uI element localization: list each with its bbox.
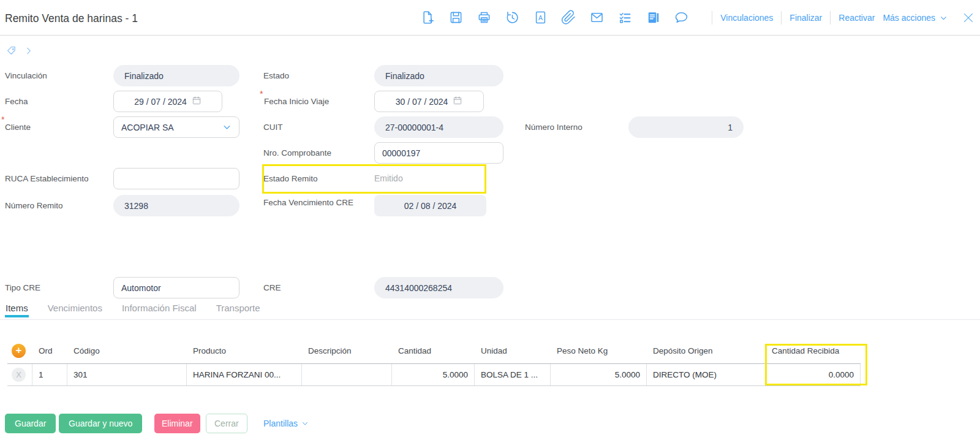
delete-row-cell: X	[7, 364, 32, 385]
cliente-label: Cliente	[5, 116, 31, 138]
reactivar-link[interactable]: Reactivar	[839, 13, 875, 23]
cre-label: CRE	[263, 277, 281, 298]
cliente-select[interactable]: ACOPIAR SA	[113, 116, 239, 138]
fecha-inicio-viaje-field[interactable]: 30 / 07 / 2024	[374, 91, 484, 112]
tab-informacion-fiscal[interactable]: Información Fiscal	[121, 302, 197, 317]
header-actions: Vinculaciones Finalizar Reactivar Más ac…	[712, 11, 975, 25]
col-descripcion: Descripción	[302, 338, 392, 363]
estado-remito-value: Emitido	[374, 168, 403, 189]
nro-comprobante-input[interactable]: 00000197	[374, 142, 503, 164]
fecha-vencimiento-cre-label: Fecha Vencimiento CRE	[263, 196, 355, 219]
tab-items[interactable]: Items	[5, 302, 29, 317]
cliente-value: ACOPIAR SA	[121, 123, 174, 132]
cuit-label: CUIT	[263, 116, 283, 138]
remito-window: Remito Venta de harinas - 1 A	[0, 0, 980, 440]
eliminar-button[interactable]: Eliminar	[154, 414, 200, 433]
plantillas-menu[interactable]: Plantillas	[263, 414, 309, 433]
print-icon[interactable]	[477, 10, 492, 25]
fecha-field[interactable]: 29 / 07 / 2024	[113, 91, 222, 112]
tipo-cre-label: Tipo CRE	[5, 277, 40, 298]
toolbar: A	[420, 10, 689, 25]
fecha-vencimiento-cre-field: 02 / 08 / 2024	[374, 195, 486, 216]
cuit-field: 27-00000001-4	[374, 116, 503, 138]
cell-producto[interactable]: HARINA FORZANI 00...	[187, 364, 302, 385]
ruca-establecimiento-input[interactable]	[113, 168, 239, 189]
cell-deposito-origen[interactable]: DIRECTO (MOE)	[647, 364, 766, 385]
checklist-icon[interactable]	[617, 10, 633, 25]
page-title: Remito Venta de harinas - 1	[5, 12, 138, 25]
col-cantidad-recibida: Cantidad Recibida	[766, 338, 861, 363]
table-header-row: + Ord Código Producto Descripción Cantid…	[7, 338, 861, 364]
vinculaciones-link[interactable]: Vinculaciones	[720, 13, 773, 23]
required-asterisk: *	[1, 115, 4, 124]
calendar-icon[interactable]	[453, 96, 462, 107]
header-divider	[0, 35, 980, 36]
cerrar-button[interactable]: Cerrar	[206, 414, 247, 433]
tab-vencimientos[interactable]: Vencimientos	[47, 302, 103, 317]
items-table: + Ord Código Producto Descripción Cantid…	[7, 338, 861, 386]
cell-codigo[interactable]: 301	[67, 364, 187, 385]
fecha-inicio-viaje-label: Fecha Inicio Viaje	[264, 91, 329, 112]
numero-remito-field: 31298	[113, 195, 239, 216]
numero-interno-field: 1	[628, 116, 744, 138]
nro-comprobante-label: Nro. Comprobante	[263, 142, 331, 164]
document-a-icon[interactable]: A	[533, 10, 548, 25]
mas-acciones-menu[interactable]: Más acciones	[883, 13, 948, 23]
chevron-down-icon	[222, 123, 232, 132]
col-peso-neto: Peso Neto Kg	[551, 338, 647, 363]
attachment-icon[interactable]	[561, 10, 576, 25]
cell-cantidad[interactable]: 5.0000	[392, 364, 475, 385]
vinculacion-label: Vinculación	[5, 65, 47, 86]
separator	[830, 11, 831, 25]
mas-acciones-label: Más acciones	[883, 13, 935, 23]
tab-bar-divider	[0, 319, 980, 320]
tag-row	[6, 45, 33, 56]
calendar-icon[interactable]	[192, 96, 202, 107]
plantillas-label: Plantillas	[263, 419, 298, 428]
col-cantidad: Cantidad	[392, 338, 475, 363]
cell-descripcion[interactable]	[302, 364, 392, 385]
tab-bar: Items Vencimientos Información Fiscal Tr…	[5, 302, 261, 317]
col-producto: Producto	[187, 338, 302, 363]
col-deposito-origen: Depósito Origen	[647, 338, 766, 363]
cell-peso-neto[interactable]: 5.0000	[551, 364, 647, 385]
chevron-down-icon	[301, 420, 309, 427]
numero-remito-label: Número Remito	[5, 195, 63, 216]
separator	[781, 11, 782, 25]
save-icon[interactable]	[448, 10, 464, 25]
col-codigo: Código	[67, 338, 187, 363]
guardar-y-nuevo-button[interactable]: Guardar y nuevo	[59, 414, 142, 433]
expand-chevron-icon[interactable]	[24, 46, 33, 56]
close-icon[interactable]	[962, 11, 975, 25]
estado-field: Finalizado	[374, 65, 503, 86]
fecha-inicio-viaje-value: 30 / 07 / 2024	[396, 97, 448, 107]
vinculacion-field: Finalizado	[113, 65, 239, 86]
chevron-down-icon	[940, 14, 948, 22]
mail-icon[interactable]	[589, 10, 605, 25]
new-document-icon[interactable]	[420, 10, 435, 25]
tipo-cre-input[interactable]: Automotor	[113, 277, 239, 298]
comments-icon[interactable]	[674, 10, 689, 25]
report-icon[interactable]	[646, 10, 661, 25]
tab-transporte[interactable]: Transporte	[216, 302, 261, 317]
cell-unidad[interactable]: BOLSA DE 1 ...	[475, 364, 551, 385]
fecha-value: 29 / 07 / 2024	[134, 97, 187, 107]
svg-text:A: A	[538, 15, 543, 21]
add-row-button[interactable]: +	[12, 344, 26, 358]
table-row: X 1 301 HARINA FORZANI 00... 5.0000 BOLS…	[7, 364, 861, 386]
cell-ord[interactable]: 1	[32, 364, 67, 385]
estado-remito-label: Estado Remito	[263, 168, 318, 189]
col-ord: Ord	[32, 338, 67, 363]
delete-row-button[interactable]: X	[12, 368, 26, 382]
add-row-cell: +	[7, 338, 32, 363]
tags-icon[interactable]	[6, 45, 17, 56]
separator	[712, 11, 712, 25]
required-asterisk: *	[260, 89, 263, 99]
guardar-button[interactable]: Guardar	[5, 414, 56, 433]
finalizar-link[interactable]: Finalizar	[790, 13, 822, 23]
history-icon[interactable]	[505, 10, 520, 25]
cell-cantidad-recibida[interactable]: 0.0000	[766, 364, 861, 385]
estado-label: Estado	[263, 65, 289, 86]
fecha-label: Fecha	[5, 91, 28, 112]
numero-interno-label: Número Interno	[525, 116, 582, 138]
